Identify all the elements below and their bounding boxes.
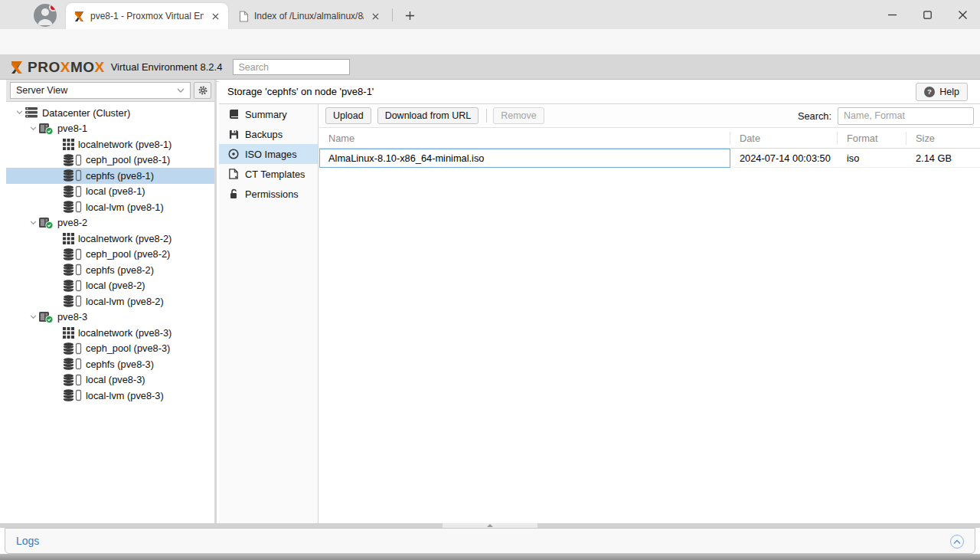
view-mode-select[interactable]: Server View bbox=[10, 82, 191, 99]
tree-item-local-pve8-1[interactable]: local (pve8-1) bbox=[6, 184, 214, 200]
browser-profile-avatar[interactable] bbox=[34, 4, 57, 27]
storage-icon bbox=[63, 389, 82, 401]
tree-item-label: pve8-2 bbox=[57, 217, 87, 228]
tree-item-label: local (pve8-3) bbox=[86, 374, 145, 385]
cell-date[interactable]: 2024-07-14 00:03:50 bbox=[730, 149, 838, 168]
tree-item-label: Datacenter (Cluster) bbox=[42, 107, 130, 119]
window-minimize-button[interactable] bbox=[874, 0, 910, 29]
cell-size[interactable]: 2.14 GB bbox=[906, 149, 972, 168]
tree-item-datacenter-cluster[interactable]: Datacenter (Cluster) bbox=[6, 105, 214, 121]
tree-item-pve8-2[interactable]: pve8-2 bbox=[6, 215, 214, 231]
tab-divider bbox=[392, 8, 393, 21]
tree-item-label: local (pve8-1) bbox=[86, 185, 145, 197]
storage-icon bbox=[63, 185, 82, 198]
window-maximize-button[interactable] bbox=[910, 0, 945, 29]
cell-format[interactable]: iso bbox=[838, 149, 906, 168]
tree-header: Server View bbox=[6, 80, 214, 102]
grid-icon bbox=[63, 139, 74, 150]
column-header-size[interactable]: Size bbox=[906, 132, 972, 145]
tree-item-cephfs-pve8-1[interactable]: cephfs (pve8-1) bbox=[6, 168, 214, 184]
window-close-button[interactable] bbox=[945, 0, 980, 29]
tab-title: pve8-1 - Proxmox Virtual Environ bbox=[90, 11, 204, 21]
tree-item-cephfs-pve8-3[interactable]: cephfs (pve8-3) bbox=[6, 356, 214, 372]
menu-item-label: CT Templates bbox=[245, 169, 305, 180]
tree-item-ceph-pool-pve8-1[interactable]: ceph_pool (pve8-1) bbox=[6, 152, 214, 169]
tab-close-icon[interactable] bbox=[209, 10, 222, 23]
search-label: Search: bbox=[798, 110, 831, 122]
table-body: AlmaLinux-8.10-x86_64-minimal.iso2024-07… bbox=[319, 149, 980, 168]
menu-item-label: Permissions bbox=[245, 188, 299, 200]
browser-toolbar: セキュリティ保護なし https://192.168.100.201:8006/… bbox=[0, 29, 980, 55]
help-button[interactable]: ? Help bbox=[916, 83, 968, 101]
svg-text:?: ? bbox=[927, 87, 932, 96]
tree-item-localnetwork-pve8-1[interactable]: localnetwork (pve8-1) bbox=[6, 136, 214, 152]
gear-icon[interactable] bbox=[194, 82, 211, 99]
tree-item-label: local-lvm (pve8-3) bbox=[86, 390, 164, 401]
node-icon bbox=[38, 311, 54, 323]
storage-icon bbox=[63, 374, 82, 386]
proxmox-logo: PROXMOX Virtual Environment 8.2.4 bbox=[9, 59, 222, 76]
tree-item-label: cephfs (pve8-2) bbox=[86, 264, 154, 276]
tree-item-localnetwork-pve8-3[interactable]: localnetwork (pve8-3) bbox=[6, 325, 214, 341]
logs-label: Logs bbox=[16, 535, 39, 547]
brand-word: PROXMOX bbox=[28, 59, 105, 76]
expander-chevron-icon[interactable] bbox=[28, 315, 38, 319]
browser-tab-inactive[interactable]: Index of /Linux/almalinux/8/isos/ bbox=[231, 3, 388, 29]
table-row[interactable]: AlmaLinux-8.10-x86_64-minimal.iso2024-07… bbox=[319, 149, 980, 168]
tab-close-icon[interactable] bbox=[369, 10, 382, 23]
file-icon bbox=[228, 169, 239, 179]
tree-item-label: ceph_pool (pve8-1) bbox=[86, 154, 170, 165]
menu-item-backups[interactable]: Backups bbox=[219, 124, 318, 144]
cell-name[interactable]: AlmaLinux-8.10-x86_64-minimal.iso bbox=[319, 149, 730, 168]
tree-item-cephfs-pve8-2[interactable]: cephfs (pve8-2) bbox=[6, 262, 214, 278]
menu-item-summary[interactable]: Summary bbox=[219, 104, 318, 124]
browser-tab-active[interactable]: pve8-1 - Proxmox Virtual Environ bbox=[66, 3, 228, 29]
grid-icon bbox=[63, 327, 74, 339]
download-from-url-button[interactable]: Download from URL bbox=[377, 107, 479, 124]
tree-item-label: cephfs (pve8-3) bbox=[86, 359, 154, 370]
expander-chevron-icon[interactable] bbox=[28, 126, 38, 131]
storage-icon bbox=[63, 154, 82, 166]
column-header-name[interactable]: Name bbox=[319, 132, 730, 145]
tree-item-ceph-pool-pve8-2[interactable]: ceph_pool (pve8-2) bbox=[6, 247, 214, 263]
menu-item-ct-templates[interactable]: CT Templates bbox=[219, 164, 318, 184]
window-controls bbox=[874, 0, 980, 29]
menu-item-iso-images[interactable]: ISO Images bbox=[219, 144, 318, 164]
content-toolbar: Upload Download from URL Remove Search: bbox=[319, 104, 980, 128]
resource-tree-panel: Server View Datacenter (Cluster)pve8-1lo… bbox=[6, 80, 217, 523]
tree-item-ceph-pool-pve8-3[interactable]: ceph_pool (pve8-3) bbox=[6, 341, 214, 357]
logs-expand-icon[interactable] bbox=[950, 535, 964, 549]
tree-item-local-pve8-2[interactable]: local (pve8-2) bbox=[6, 278, 214, 294]
proxmox-favicon-icon bbox=[74, 11, 85, 22]
global-search-input[interactable] bbox=[233, 59, 350, 75]
remove-button[interactable]: Remove bbox=[493, 107, 544, 124]
tree-item-local-lvm-pve8-2[interactable]: local-lvm (pve8-2) bbox=[6, 293, 214, 309]
upload-button[interactable]: Upload bbox=[325, 107, 371, 124]
tree-item-label: localnetwork (pve8-3) bbox=[78, 327, 172, 339]
column-header-date[interactable]: Date bbox=[730, 132, 838, 145]
tree-item-label: ceph_pool (pve8-2) bbox=[86, 248, 170, 260]
tree-item-local-lvm-pve8-3[interactable]: local-lvm (pve8-3) bbox=[6, 388, 214, 404]
menu-item-permissions[interactable]: Permissions bbox=[219, 184, 318, 204]
expander-chevron-icon[interactable] bbox=[14, 110, 24, 115]
storage-icon bbox=[63, 248, 82, 260]
logs-bar[interactable]: Logs bbox=[5, 528, 975, 554]
version-tagline: Virtual Environment 8.2.4 bbox=[111, 61, 223, 73]
tree-item-localnetwork-pve8-2[interactable]: localnetwork (pve8-2) bbox=[6, 231, 214, 247]
storage-icon bbox=[63, 264, 82, 276]
toolbar-separator bbox=[486, 109, 487, 123]
storage-icon bbox=[63, 295, 82, 307]
tree-item-local-lvm-pve8-1[interactable]: local-lvm (pve8-1) bbox=[6, 199, 214, 215]
floppy-icon bbox=[228, 129, 239, 139]
proxmox-mark-icon bbox=[9, 60, 24, 75]
tree-item-label: ceph_pool (pve8-3) bbox=[86, 342, 170, 354]
expander-chevron-icon[interactable] bbox=[28, 221, 38, 225]
menu-item-label: ISO Images bbox=[245, 149, 297, 160]
table-header: Name Date Format Size bbox=[319, 128, 980, 149]
tree-item-local-pve8-3[interactable]: local (pve8-3) bbox=[6, 372, 214, 388]
new-tab-button[interactable] bbox=[401, 7, 418, 24]
table-filter-input[interactable] bbox=[838, 107, 974, 125]
tree-item-pve8-3[interactable]: pve8-3 bbox=[6, 309, 214, 326]
column-header-format[interactable]: Format bbox=[838, 132, 906, 145]
tree-item-pve8-1[interactable]: pve8-1 bbox=[6, 121, 214, 137]
